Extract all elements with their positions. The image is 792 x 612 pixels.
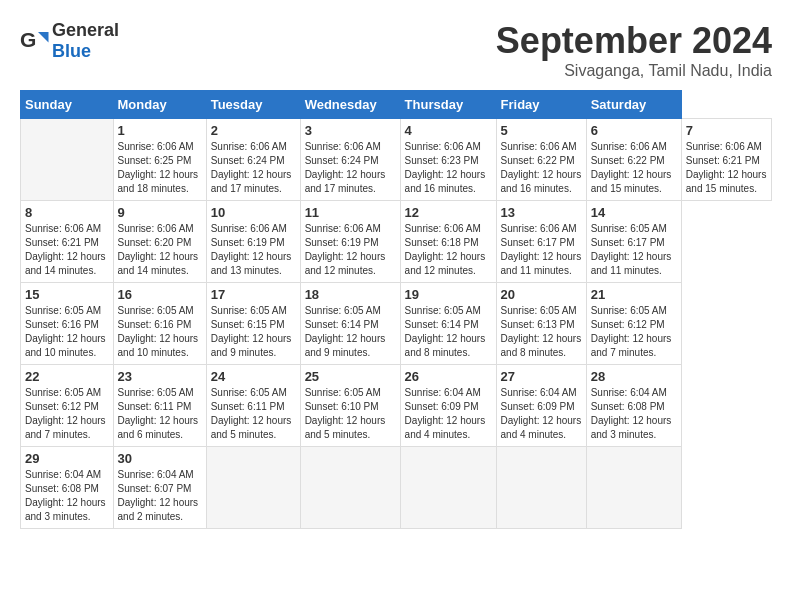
day-number: 15: [25, 287, 109, 302]
day-number: 11: [305, 205, 396, 220]
calendar-cell: 6 Sunrise: 6:06 AMSunset: 6:22 PMDayligh…: [586, 119, 681, 201]
day-number: 3: [305, 123, 396, 138]
day-number: 21: [591, 287, 677, 302]
day-number: 10: [211, 205, 296, 220]
calendar-cell: 10 Sunrise: 6:06 AMSunset: 6:19 PMDaylig…: [206, 201, 300, 283]
header-saturday: Saturday: [586, 91, 681, 119]
day-info: Sunrise: 6:04 AMSunset: 6:09 PMDaylight:…: [501, 386, 582, 442]
header-friday: Friday: [496, 91, 586, 119]
month-title: September 2024: [496, 20, 772, 62]
day-info: Sunrise: 6:05 AMSunset: 6:14 PMDaylight:…: [405, 304, 492, 360]
calendar-cell: [206, 447, 300, 529]
day-number: 5: [501, 123, 582, 138]
calendar-cell: 16 Sunrise: 6:05 AMSunset: 6:16 PMDaylig…: [113, 283, 206, 365]
day-info: Sunrise: 6:06 AMSunset: 6:22 PMDaylight:…: [591, 140, 677, 196]
calendar-cell: 13 Sunrise: 6:06 AMSunset: 6:17 PMDaylig…: [496, 201, 586, 283]
day-number: 27: [501, 369, 582, 384]
calendar-cell: 23 Sunrise: 6:05 AMSunset: 6:11 PMDaylig…: [113, 365, 206, 447]
day-info: Sunrise: 6:05 AMSunset: 6:14 PMDaylight:…: [305, 304, 396, 360]
week-row-4: 22 Sunrise: 6:05 AMSunset: 6:12 PMDaylig…: [21, 365, 772, 447]
week-row-1: 1 Sunrise: 6:06 AMSunset: 6:25 PMDayligh…: [21, 119, 772, 201]
day-info: Sunrise: 6:06 AMSunset: 6:22 PMDaylight:…: [501, 140, 582, 196]
logo: G General Blue: [20, 20, 119, 62]
day-info: Sunrise: 6:04 AMSunset: 6:08 PMDaylight:…: [25, 468, 109, 524]
title-block: September 2024 Sivaganga, Tamil Nadu, In…: [496, 20, 772, 80]
day-number: 1: [118, 123, 202, 138]
day-info: Sunrise: 6:04 AMSunset: 6:08 PMDaylight:…: [591, 386, 677, 442]
day-info: Sunrise: 6:06 AMSunset: 6:17 PMDaylight:…: [501, 222, 582, 278]
calendar-cell: 3 Sunrise: 6:06 AMSunset: 6:24 PMDayligh…: [300, 119, 400, 201]
calendar-cell: 22 Sunrise: 6:05 AMSunset: 6:12 PMDaylig…: [21, 365, 114, 447]
day-info: Sunrise: 6:05 AMSunset: 6:11 PMDaylight:…: [211, 386, 296, 442]
logo-general: General: [52, 20, 119, 40]
calendar-cell: [300, 447, 400, 529]
day-info: Sunrise: 6:06 AMSunset: 6:24 PMDaylight:…: [211, 140, 296, 196]
day-number: 18: [305, 287, 396, 302]
day-info: Sunrise: 6:05 AMSunset: 6:12 PMDaylight:…: [591, 304, 677, 360]
day-info: Sunrise: 6:04 AMSunset: 6:09 PMDaylight:…: [405, 386, 492, 442]
header-wednesday: Wednesday: [300, 91, 400, 119]
day-number: 14: [591, 205, 677, 220]
day-number: 23: [118, 369, 202, 384]
calendar-cell: 11 Sunrise: 6:06 AMSunset: 6:19 PMDaylig…: [300, 201, 400, 283]
day-number: 30: [118, 451, 202, 466]
calendar-cell: 24 Sunrise: 6:05 AMSunset: 6:11 PMDaylig…: [206, 365, 300, 447]
day-number: 6: [591, 123, 677, 138]
day-info: Sunrise: 6:06 AMSunset: 6:24 PMDaylight:…: [305, 140, 396, 196]
calendar-cell: 17 Sunrise: 6:05 AMSunset: 6:15 PMDaylig…: [206, 283, 300, 365]
calendar-cell: 8 Sunrise: 6:06 AMSunset: 6:21 PMDayligh…: [21, 201, 114, 283]
calendar-cell: 7 Sunrise: 6:06 AMSunset: 6:21 PMDayligh…: [681, 119, 771, 201]
calendar-cell: 2 Sunrise: 6:06 AMSunset: 6:24 PMDayligh…: [206, 119, 300, 201]
day-number: 17: [211, 287, 296, 302]
day-info: Sunrise: 6:05 AMSunset: 6:10 PMDaylight:…: [305, 386, 396, 442]
logo-blue: Blue: [52, 41, 91, 61]
day-number: 29: [25, 451, 109, 466]
calendar-cell: 1 Sunrise: 6:06 AMSunset: 6:25 PMDayligh…: [113, 119, 206, 201]
calendar-cell: 14 Sunrise: 6:05 AMSunset: 6:17 PMDaylig…: [586, 201, 681, 283]
calendar-cell: 4 Sunrise: 6:06 AMSunset: 6:23 PMDayligh…: [400, 119, 496, 201]
day-number: 20: [501, 287, 582, 302]
day-number: 26: [405, 369, 492, 384]
svg-marker-1: [38, 32, 49, 43]
calendar-cell: 27 Sunrise: 6:04 AMSunset: 6:09 PMDaylig…: [496, 365, 586, 447]
calendar-cell: [21, 119, 114, 201]
day-info: Sunrise: 6:06 AMSunset: 6:18 PMDaylight:…: [405, 222, 492, 278]
calendar-cell: 20 Sunrise: 6:05 AMSunset: 6:13 PMDaylig…: [496, 283, 586, 365]
calendar-cell: 19 Sunrise: 6:05 AMSunset: 6:14 PMDaylig…: [400, 283, 496, 365]
calendar-cell: 30 Sunrise: 6:04 AMSunset: 6:07 PMDaylig…: [113, 447, 206, 529]
day-info: Sunrise: 6:06 AMSunset: 6:21 PMDaylight:…: [686, 140, 767, 196]
calendar-table: SundayMondayTuesdayWednesdayThursdayFrid…: [20, 90, 772, 529]
day-info: Sunrise: 6:05 AMSunset: 6:12 PMDaylight:…: [25, 386, 109, 442]
calendar-cell: 9 Sunrise: 6:06 AMSunset: 6:20 PMDayligh…: [113, 201, 206, 283]
day-number: 19: [405, 287, 492, 302]
day-info: Sunrise: 6:05 AMSunset: 6:16 PMDaylight:…: [25, 304, 109, 360]
day-info: Sunrise: 6:05 AMSunset: 6:17 PMDaylight:…: [591, 222, 677, 278]
day-number: 22: [25, 369, 109, 384]
day-info: Sunrise: 6:04 AMSunset: 6:07 PMDaylight:…: [118, 468, 202, 524]
day-info: Sunrise: 6:06 AMSunset: 6:23 PMDaylight:…: [405, 140, 492, 196]
day-info: Sunrise: 6:06 AMSunset: 6:20 PMDaylight:…: [118, 222, 202, 278]
calendar-cell: 15 Sunrise: 6:05 AMSunset: 6:16 PMDaylig…: [21, 283, 114, 365]
day-info: Sunrise: 6:06 AMSunset: 6:25 PMDaylight:…: [118, 140, 202, 196]
day-info: Sunrise: 6:06 AMSunset: 6:21 PMDaylight:…: [25, 222, 109, 278]
day-number: 25: [305, 369, 396, 384]
calendar-cell: 28 Sunrise: 6:04 AMSunset: 6:08 PMDaylig…: [586, 365, 681, 447]
day-number: 16: [118, 287, 202, 302]
day-info: Sunrise: 6:06 AMSunset: 6:19 PMDaylight:…: [211, 222, 296, 278]
svg-text:G: G: [20, 28, 36, 51]
page-header: G General Blue September 2024 Sivaganga,…: [20, 20, 772, 80]
day-number: 9: [118, 205, 202, 220]
day-info: Sunrise: 6:05 AMSunset: 6:16 PMDaylight:…: [118, 304, 202, 360]
day-number: 28: [591, 369, 677, 384]
header-sunday: Sunday: [21, 91, 114, 119]
day-number: 24: [211, 369, 296, 384]
calendar-cell: 12 Sunrise: 6:06 AMSunset: 6:18 PMDaylig…: [400, 201, 496, 283]
header-tuesday: Tuesday: [206, 91, 300, 119]
day-number: 2: [211, 123, 296, 138]
calendar-cell: [496, 447, 586, 529]
header-monday: Monday: [113, 91, 206, 119]
calendar-cell: 26 Sunrise: 6:04 AMSunset: 6:09 PMDaylig…: [400, 365, 496, 447]
header-row: SundayMondayTuesdayWednesdayThursdayFrid…: [21, 91, 772, 119]
day-info: Sunrise: 6:05 AMSunset: 6:11 PMDaylight:…: [118, 386, 202, 442]
day-number: 8: [25, 205, 109, 220]
